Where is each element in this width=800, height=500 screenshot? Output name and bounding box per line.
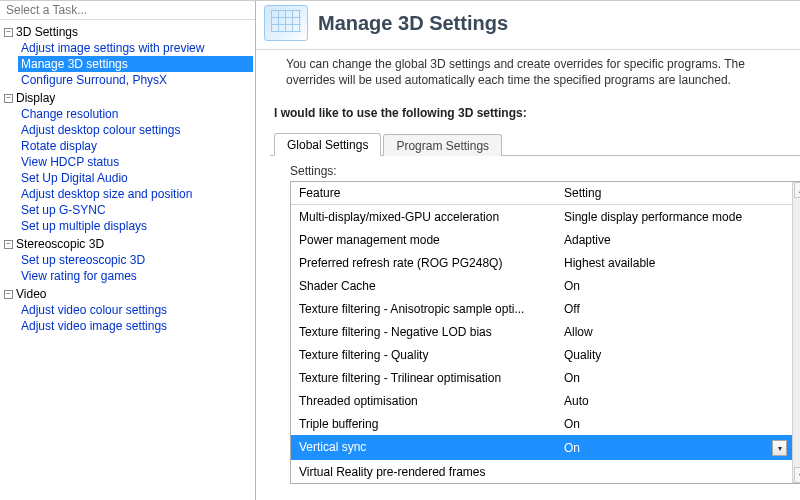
feature-cell: Vertical sync [291,436,556,460]
tree-item[interactable]: Set Up Digital Audio [18,170,253,186]
setting-value: Auto [564,394,589,408]
settings-label: Settings: [290,164,800,178]
tree-item[interactable]: Change resolution [18,106,253,122]
tree-item[interactable]: Set up G-SYNC [18,202,253,218]
settings-tabs: Global SettingsProgram Settings [270,132,800,156]
setting-value: Highest available [564,256,655,270]
task-sidebar: Select a Task... −3D SettingsAdjust imag… [0,1,256,500]
feature-cell: Texture filtering - Trilinear optimisati… [291,367,556,389]
tabs-container: Global SettingsProgram Settings Settings… [270,132,800,484]
chevron-down-icon[interactable]: ▾ [772,440,787,456]
table-row[interactable]: Power management modeAdaptive [291,228,800,251]
tab[interactable]: Program Settings [383,134,502,156]
main-panel: Manage 3D Settings You can change the gl… [256,1,800,500]
table-scrollbar[interactable]: ▴ ▾ [792,182,800,483]
tree-item[interactable]: Adjust video colour settings [18,302,253,318]
table-row[interactable]: Texture filtering - QualityQuality [291,343,800,366]
setting-cell[interactable] [556,461,800,483]
global-settings-panel: Settings: Feature Setting Multi-display/… [284,164,800,484]
collapse-icon[interactable]: − [4,240,13,249]
tree-item[interactable]: Configure Surround, PhysX [18,72,253,88]
table-row[interactable]: Virtual Reality pre-rendered frames [291,460,800,483]
setting-cell[interactable]: Off [556,298,800,320]
setting-cell[interactable]: Highest available [556,252,800,274]
tree-item[interactable]: View HDCP status [18,154,253,170]
header-divider [256,49,800,50]
tree-section-label: Display [16,91,55,105]
table-row[interactable]: Triple bufferingOn [291,412,800,435]
col-header-setting[interactable]: Setting [556,182,800,204]
table-row[interactable]: Texture filtering - Negative LOD biasAll… [291,320,800,343]
feature-cell: Texture filtering - Anisotropic sample o… [291,298,556,320]
tree-section-label: 3D Settings [16,25,78,39]
scroll-up-button[interactable]: ▴ [794,182,801,198]
feature-cell: Multi-display/mixed-GPU acceleration [291,206,556,228]
task-tree[interactable]: −3D SettingsAdjust image settings with p… [0,20,255,500]
feature-cell: Triple buffering [291,413,556,435]
setting-cell[interactable]: Adaptive [556,229,800,251]
tree-section-header[interactable]: −Stereoscopic 3D [2,236,253,252]
tree-item[interactable]: View rating for games [18,268,253,284]
manage-3d-icon [264,5,308,41]
table-row[interactable]: Shader CacheOn [291,274,800,297]
tab[interactable]: Global Settings [274,133,381,156]
sidebar-title: Select a Task... [0,1,255,20]
tree-section-header[interactable]: −3D Settings [2,24,253,40]
collapse-icon[interactable]: − [4,28,13,37]
tree-item[interactable]: Set up stereoscopic 3D [18,252,253,268]
page-description: You can change the global 3D settings an… [256,56,800,96]
feature-cell: Power management mode [291,229,556,251]
table-row[interactable]: Multi-display/mixed-GPU accelerationSing… [291,205,800,228]
collapse-icon[interactable]: − [4,290,13,299]
setting-cell[interactable]: On [556,413,800,435]
app-root: Select a Task... −3D SettingsAdjust imag… [0,0,800,500]
feature-cell: Texture filtering - Quality [291,344,556,366]
feature-cell: Threaded optimisation [291,390,556,412]
table-row[interactable]: Preferred refresh rate (ROG PG248Q)Highe… [291,251,800,274]
tree-item[interactable]: Adjust desktop colour settings [18,122,253,138]
tree-item[interactable]: Adjust desktop size and position [18,186,253,202]
setting-cell[interactable]: On [556,275,800,297]
setting-value: Single display performance mode [564,210,742,224]
setting-value: Quality [564,348,601,362]
setting-cell[interactable]: On [556,367,800,389]
settings-table-body: Feature Setting Multi-display/mixed-GPU … [291,182,800,483]
feature-cell: Texture filtering - Negative LOD bias [291,321,556,343]
setting-value: On [564,279,580,293]
setting-cell[interactable]: Auto [556,390,800,412]
tree-item[interactable]: Rotate display [18,138,253,154]
setting-cell[interactable]: Single display performance mode [556,206,800,228]
tree-item[interactable]: Adjust video image settings [18,318,253,334]
feature-cell: Virtual Reality pre-rendered frames [291,461,556,483]
table-header: Feature Setting [291,182,800,205]
setting-value: On [564,371,580,385]
settings-subtitle: I would like to use the following 3D set… [256,96,800,132]
scroll-down-button[interactable]: ▾ [794,467,801,483]
tree-section-label: Video [16,287,46,301]
setting-cell[interactable]: Quality [556,344,800,366]
feature-cell: Shader Cache [291,275,556,297]
col-header-feature[interactable]: Feature [291,182,556,204]
tree-item[interactable]: Adjust image settings with preview [18,40,253,56]
tree-section-header[interactable]: −Video [2,286,253,302]
setting-value: On [564,417,580,431]
table-row[interactable]: Texture filtering - Anisotropic sample o… [291,297,800,320]
page-title: Manage 3D Settings [318,12,508,35]
setting-value: Adaptive [564,233,611,247]
tree-item[interactable]: Manage 3D settings [18,56,253,72]
setting-cell[interactable]: Allow [556,321,800,343]
tree-item[interactable]: Set up multiple displays [18,218,253,234]
settings-table: Feature Setting Multi-display/mixed-GPU … [290,181,800,484]
setting-cell[interactable]: On▾ [556,436,800,460]
setting-value: Off [564,302,580,316]
table-row[interactable]: Texture filtering - Trilinear optimisati… [291,366,800,389]
feature-cell: Preferred refresh rate (ROG PG248Q) [291,252,556,274]
collapse-icon[interactable]: − [4,94,13,103]
setting-value: Allow [564,325,593,339]
page-header: Manage 3D Settings [256,1,800,43]
table-row[interactable]: Threaded optimisationAuto [291,389,800,412]
table-row[interactable]: Vertical syncOn▾ [291,435,800,460]
tree-section-label: Stereoscopic 3D [16,237,104,251]
tree-section-header[interactable]: −Display [2,90,253,106]
setting-value: On [564,441,580,455]
